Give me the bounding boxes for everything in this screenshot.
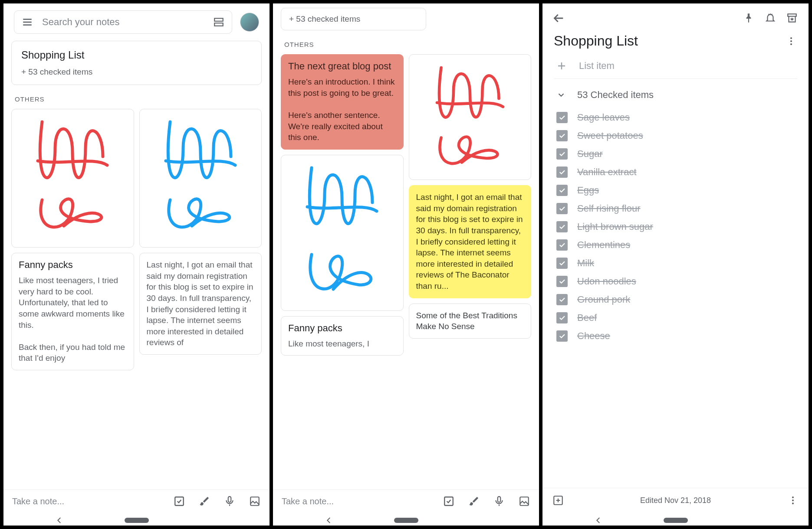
checked-items-toggle[interactable]: 53 Checked items: [554, 79, 797, 108]
checked-item[interactable]: Ground pork: [554, 291, 797, 309]
checked-item[interactable]: Self rising flour: [554, 199, 797, 218]
nav-back-icon[interactable]: [325, 516, 333, 524]
checkbox-checked-icon[interactable]: [556, 112, 568, 123]
checked-item[interactable]: Sugar: [554, 145, 797, 163]
svg-rect-7: [250, 497, 259, 506]
svg-rect-9: [498, 496, 501, 502]
android-navbar: [273, 513, 539, 526]
note-body: Some of the Best Traditions Make No Sens…: [416, 310, 524, 332]
checkbox-checked-icon[interactable]: [556, 276, 568, 287]
checklist-icon[interactable]: [443, 495, 455, 507]
checked-item[interactable]: Sweet potatoes: [554, 127, 797, 145]
note-body: Here's an introduction. I think this pos…: [288, 76, 396, 143]
checked-item-label: Milk: [577, 258, 594, 269]
svg-rect-11: [788, 14, 796, 16]
checked-item[interactable]: Milk: [554, 254, 797, 272]
note-title: The next great blog post: [288, 61, 396, 72]
drawing-note-blue[interactable]: [281, 155, 404, 311]
checked-item[interactable]: Clementines: [554, 236, 797, 254]
note-domain-yellow[interactable]: Last night, I got an email that said my …: [409, 185, 532, 298]
edited-timestamp: Edited Nov 21, 2018: [564, 496, 787, 505]
note-blog-post[interactable]: The next great blog post Here's an intro…: [281, 54, 404, 150]
nav-home-pill[interactable]: [664, 518, 688, 523]
reminder-icon[interactable]: [764, 12, 776, 24]
checked-item[interactable]: Eggs: [554, 181, 797, 199]
checked-item[interactable]: Sage leaves: [554, 108, 797, 127]
checked-item[interactable]: Udon noodles: [554, 272, 797, 291]
checkbox-checked-icon[interactable]: [556, 148, 568, 160]
nav-back-icon[interactable]: [56, 516, 63, 524]
checkbox-checked-icon[interactable]: [556, 203, 568, 214]
brush-icon[interactable]: [198, 495, 210, 507]
section-others: OTHERS: [15, 95, 262, 103]
notes-scroll[interactable]: Shopping List + 53 checked items OTHERS …: [3, 41, 270, 490]
note-title-row: Shopping List: [542, 29, 809, 55]
svg-rect-3: [214, 18, 223, 21]
drawing-note-red[interactable]: [409, 54, 532, 180]
nav-back-icon[interactable]: [595, 516, 602, 524]
pinned-note-card[interactable]: Shopping List + 53 checked items: [11, 41, 262, 85]
nav-home-pill[interactable]: [394, 518, 418, 523]
checklist-body[interactable]: List item 53 Checked items Sage leavesSw…: [542, 55, 809, 488]
svg-rect-4: [214, 23, 223, 26]
mic-icon[interactable]: [224, 495, 236, 507]
archive-icon[interactable]: [786, 12, 798, 24]
checkbox-checked-icon[interactable]: [556, 185, 568, 196]
drawing-note-blue[interactable]: [139, 109, 262, 248]
checkbox-checked-icon[interactable]: [556, 221, 568, 232]
checked-item-label: Self rising flour: [577, 203, 641, 214]
list-view-icon[interactable]: [213, 16, 225, 28]
mic-icon[interactable]: [493, 495, 505, 507]
more-vert-icon[interactable]: [785, 35, 797, 47]
note-title: Fanny packs: [288, 323, 396, 334]
back-arrow-icon[interactable]: [553, 12, 565, 24]
drawing-note-red[interactable]: [11, 109, 134, 248]
note-domain[interactable]: Last night, I got an email that said my …: [139, 253, 262, 355]
image-icon[interactable]: [518, 495, 530, 507]
checkbox-checked-icon[interactable]: [556, 130, 568, 141]
pin-icon[interactable]: [743, 12, 755, 24]
checkbox-checked-icon[interactable]: [556, 239, 568, 251]
nav-home-pill[interactable]: [125, 518, 149, 523]
image-icon[interactable]: [249, 495, 261, 507]
panel-keep-home-2: + 53 checked items OTHERS The next great…: [273, 3, 539, 526]
checkbox-checked-icon[interactable]: [556, 258, 568, 269]
note-title[interactable]: Shopping List: [554, 33, 785, 49]
checkbox-checked-icon[interactable]: [556, 294, 568, 305]
search-box[interactable]: Search your notes: [14, 10, 232, 34]
note-traditions[interactable]: Some of the Best Traditions Make No Sens…: [409, 304, 532, 339]
checked-item[interactable]: Vanilla extract: [554, 163, 797, 181]
add-item-label: List item: [579, 60, 615, 72]
add-box-icon[interactable]: [552, 494, 564, 506]
masonry-col-1: The next great blog post Here's an intro…: [281, 54, 404, 356]
notes-scroll[interactable]: + 53 checked items OTHERS The next great…: [273, 3, 539, 490]
checked-item-label: Udon noodles: [577, 276, 636, 287]
panel-note-detail: Shopping List List item 53 Checked items…: [542, 3, 809, 526]
panel-keep-home-1: Search your notes Shopping List + 53 che…: [3, 3, 270, 526]
pinned-note-card[interactable]: + 53 checked items: [281, 8, 426, 30]
checked-item-label: Beef: [577, 312, 597, 323]
more-vert-icon[interactable]: [787, 494, 799, 506]
checklist-icon[interactable]: [173, 495, 185, 507]
checkbox-checked-icon[interactable]: [556, 312, 568, 323]
checked-item-label: Light brown sugar: [577, 221, 653, 232]
checked-item[interactable]: Light brown sugar: [554, 218, 797, 236]
add-list-item[interactable]: List item: [554, 55, 797, 79]
note-fanny-packs[interactable]: Fanny packs Like most teenagers, I: [281, 316, 404, 356]
pinned-subtitle: + 53 checked items: [289, 14, 418, 24]
checkbox-checked-icon[interactable]: [556, 167, 568, 178]
checked-item-label: Clementines: [577, 239, 630, 251]
brush-icon[interactable]: [468, 495, 480, 507]
menu-icon[interactable]: [21, 16, 33, 28]
checked-item[interactable]: Beef: [554, 309, 797, 327]
note-topbar: [542, 3, 809, 29]
take-note-input[interactable]: Take a note...: [12, 496, 160, 506]
checked-item[interactable]: Cheese: [554, 327, 797, 345]
checkbox-checked-icon[interactable]: [556, 330, 568, 342]
note-fanny-packs[interactable]: Fanny packs Like most teenagers, I tried…: [11, 253, 134, 370]
svg-rect-6: [228, 496, 231, 502]
avatar[interactable]: [240, 13, 259, 32]
android-navbar: [3, 513, 270, 526]
take-note-input[interactable]: Take a note...: [282, 496, 430, 506]
note-bottombar: Edited Nov 21, 2018: [542, 488, 809, 513]
